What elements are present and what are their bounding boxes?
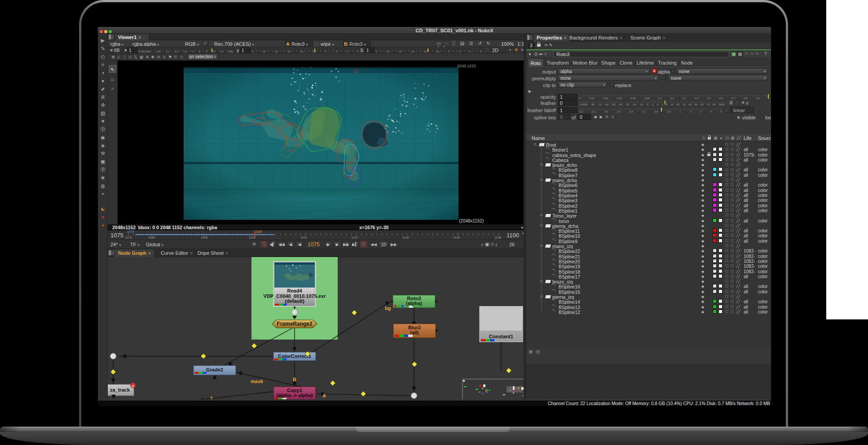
svg-text:A: A [322,393,326,398]
svg-text:bg: bg [385,305,391,311]
svg-text:mask: mask [251,379,264,384]
svg-text:(default): (default) [285,298,304,304]
svg-text:Grade2: Grade2 [206,367,223,372]
svg-text:Constant1: Constant1 [489,334,513,339]
svg-text:Read4: Read4 [287,288,302,293]
svg-text:(alpha): (alpha) [406,301,422,306]
svg-text:za_track: za_track [110,387,130,393]
svg-text:(all): (all) [410,330,419,335]
svg-text:FrameRange2: FrameRange2 [277,321,313,327]
svg-text:A: A [132,384,134,388]
svg-text:(alpha -> alpha): (alpha -> alpha) [277,393,313,398]
svg-text:B: B [293,377,296,382]
svg-text:1: 1 [210,396,213,399]
